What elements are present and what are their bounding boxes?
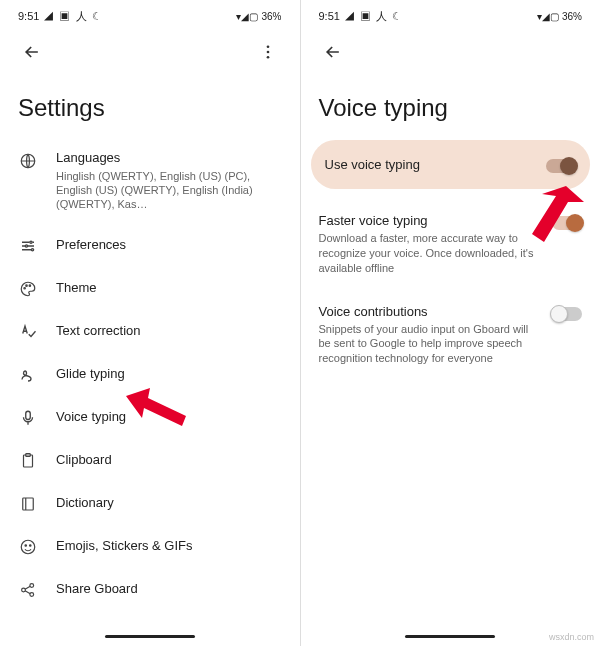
- toggle-voice-contributions[interactable]: [552, 307, 582, 321]
- setting-use-voice-typing[interactable]: Use voice typing: [311, 140, 591, 189]
- svg-rect-10: [26, 411, 31, 419]
- settings-screen: 9:51 ◢ ▣ 人 ☾ ▾◢▢ 36% Settings Languages: [0, 0, 300, 646]
- more-vert-icon: [259, 43, 277, 61]
- status-time: 9:51: [18, 10, 39, 22]
- svg-point-9: [29, 285, 31, 287]
- menu-label: Clipboard: [56, 452, 282, 469]
- emoji-icon: [18, 537, 38, 557]
- svg-point-2: [266, 56, 269, 59]
- back-arrow-icon: [22, 42, 42, 62]
- app-bar: [0, 28, 300, 76]
- voice-typing-screen: 9:51 ◢ ▣ 人 ☾ ▾◢▢ 36% Voice typing Use vo…: [301, 0, 601, 646]
- status-bar: 9:51 ◢ ▣ 人 ☾ ▾◢▢ 36%: [301, 4, 601, 28]
- menu-item-languages[interactable]: Languages Hinglish (QWERTY), English (US…: [0, 138, 300, 224]
- back-button[interactable]: [315, 34, 351, 70]
- spellcheck-icon: [18, 322, 38, 342]
- svg-point-8: [26, 285, 28, 287]
- menu-label: Languages: [56, 150, 282, 167]
- settings-list: Languages Hinglish (QWERTY), English (US…: [0, 138, 300, 626]
- svg-point-7: [24, 287, 26, 289]
- tune-icon: [18, 236, 38, 256]
- setting-label: Faster voice typing: [319, 213, 541, 228]
- nav-pill[interactable]: [105, 635, 195, 638]
- menu-item-text-correction[interactable]: Text correction: [0, 310, 300, 353]
- menu-item-voice-typing[interactable]: Voice typing: [0, 396, 300, 439]
- clipboard-icon: [18, 451, 38, 471]
- menu-item-share-gboard[interactable]: Share Gboard: [0, 568, 300, 611]
- menu-item-glide-typing[interactable]: Glide typing: [0, 353, 300, 396]
- menu-item-theme[interactable]: Theme: [0, 267, 300, 310]
- menu-item-preferences[interactable]: Preferences: [0, 224, 300, 267]
- battery-percent: 36%: [261, 11, 281, 22]
- svg-point-14: [21, 540, 35, 554]
- svg-rect-13: [23, 498, 34, 510]
- svg-point-15: [25, 545, 27, 547]
- page-title: Settings: [0, 76, 300, 138]
- share-icon: [18, 580, 38, 600]
- back-button[interactable]: [14, 34, 50, 70]
- voice-typing-list: Use voice typing Faster voice typing Dow…: [301, 138, 601, 380]
- mic-icon: [18, 408, 38, 428]
- menu-label: Preferences: [56, 237, 282, 254]
- svg-point-4: [30, 241, 32, 243]
- menu-label: Dictionary: [56, 495, 282, 512]
- svg-point-1: [266, 51, 269, 54]
- palette-icon: [18, 279, 38, 299]
- nav-pill[interactable]: [405, 635, 495, 638]
- setting-sub: Download a faster, more accurate way to …: [319, 231, 541, 276]
- status-right-icons: ▾◢▢: [236, 11, 258, 22]
- watermark: wsxdn.com: [549, 632, 594, 642]
- setting-label: Voice contributions: [319, 304, 541, 319]
- status-bar: 9:51 ◢ ▣ 人 ☾ ▾◢▢ 36%: [0, 4, 300, 28]
- svg-point-16: [30, 545, 32, 547]
- status-right-icons: ▾◢▢: [537, 11, 559, 22]
- menu-item-emojis[interactable]: Emojis, Stickers & GIFs: [0, 525, 300, 568]
- book-icon: [18, 494, 38, 514]
- globe-icon: [18, 151, 38, 171]
- setting-label: Use voice typing: [325, 157, 535, 172]
- menu-label: Glide typing: [56, 366, 282, 383]
- svg-point-5: [25, 245, 27, 247]
- setting-sub: Snippets of your audio input on Gboard w…: [319, 322, 541, 367]
- overflow-menu-button[interactable]: [250, 34, 286, 70]
- menu-item-advanced[interactable]: Advanced: [0, 611, 300, 626]
- app-bar: [301, 28, 601, 76]
- status-left-icons: ◢ ▣ 人 ☾: [344, 9, 403, 24]
- toggle-faster-voice-typing[interactable]: [552, 216, 582, 230]
- menu-label: Theme: [56, 280, 282, 297]
- page-title: Voice typing: [301, 76, 601, 138]
- menu-label: Emojis, Stickers & GIFs: [56, 538, 282, 555]
- toggle-use-voice-typing[interactable]: [546, 159, 576, 173]
- gesture-icon: [18, 365, 38, 385]
- menu-sub: Hinglish (QWERTY), English (US) (PC), En…: [56, 169, 282, 212]
- status-left-icons: ◢ ▣ 人 ☾: [43, 9, 102, 24]
- menu-item-dictionary[interactable]: Dictionary: [0, 482, 300, 525]
- svg-point-6: [31, 248, 33, 250]
- menu-item-clipboard[interactable]: Clipboard: [0, 439, 300, 482]
- back-arrow-icon: [323, 42, 343, 62]
- battery-percent: 36%: [562, 11, 582, 22]
- menu-label: Text correction: [56, 323, 282, 340]
- menu-label: Share Gboard: [56, 581, 282, 598]
- nav-bar: [0, 626, 300, 646]
- setting-faster-voice-typing[interactable]: Faster voice typing Download a faster, m…: [301, 199, 601, 290]
- setting-voice-contributions[interactable]: Voice contributions Snippets of your aud…: [301, 290, 601, 381]
- svg-point-0: [266, 45, 269, 48]
- menu-label: Voice typing: [56, 409, 282, 426]
- status-time: 9:51: [319, 10, 340, 22]
